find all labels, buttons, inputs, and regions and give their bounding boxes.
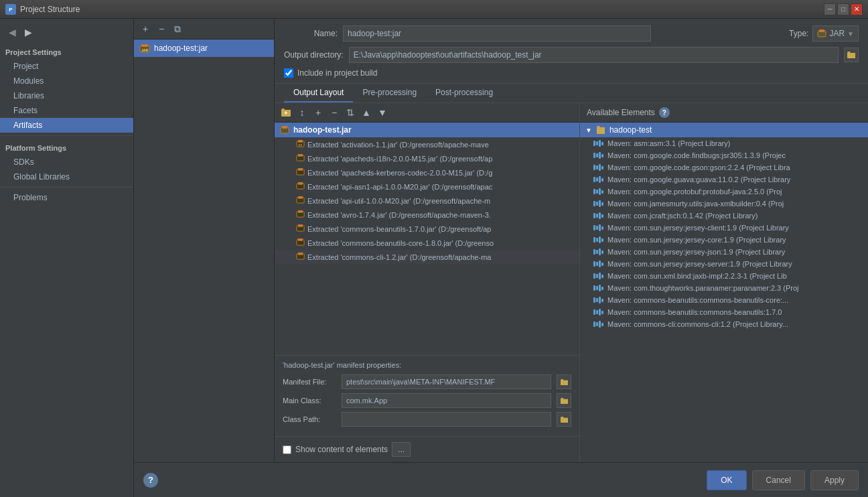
main-class-browse-button[interactable] <box>557 393 571 408</box>
ok-button[interactable]: OK <box>707 470 746 490</box>
copy-artifact-button[interactable]: ⧉ <box>170 21 185 36</box>
available-item-3[interactable]: Maven: com.google.guava:guava:11.0.2 (Pr… <box>580 173 868 186</box>
available-item-1[interactable]: Maven: com.google.code.findbugs:jsr305:1… <box>580 149 868 161</box>
type-select[interactable]: JAR ▼ <box>812 25 859 42</box>
available-item-7[interactable]: Maven: com.sun.jersey:jersey-client:1.9 … <box>580 222 868 234</box>
available-help-icon[interactable]: ? <box>659 107 670 118</box>
move-up-button[interactable]: ▲ <box>359 105 374 120</box>
available-item-0[interactable]: Maven: asm:asm:3.1 (Project Library) <box>580 137 868 149</box>
maximize-button[interactable]: □ <box>837 3 849 15</box>
svg-text:JAR: JAR <box>141 48 148 52</box>
svg-rect-9 <box>282 126 287 129</box>
available-group-hadoop[interactable]: ▼ hadoop-test <box>580 123 868 137</box>
extracted-item-5[interactable]: Extracted 'avro-1.7.4.jar' (D:/greensoft… <box>275 208 579 222</box>
include-build-row: Include in project build <box>284 68 859 78</box>
sidebar-divider-2 <box>0 187 133 188</box>
include-build-checkbox[interactable] <box>284 68 293 78</box>
svg-text:+: + <box>284 110 287 117</box>
maven-icon-1 <box>593 152 603 159</box>
available-item-11[interactable]: Maven: com.sun.xml.bind:jaxb-impl:2.2.3-… <box>580 270 868 282</box>
available-item-8[interactable]: Maven: com.sun.jersey:jersey-core:1.9 (P… <box>580 234 868 246</box>
tab-output-layout[interactable]: Output Layout <box>284 84 353 102</box>
sidebar-item-libraries[interactable]: Libraries <box>0 88 133 103</box>
apply-button[interactable]: Apply <box>810 470 859 490</box>
tab-preprocessing[interactable]: Pre-processing <box>353 84 426 102</box>
extracted-icon-7 <box>296 238 305 248</box>
svg-rect-20 <box>298 196 303 199</box>
extracted-item-6[interactable]: Extracted 'commons-beanutils-1.7.0.jar' … <box>275 222 579 236</box>
forward-arrow[interactable]: ▶ <box>21 25 35 39</box>
class-path-row: Class Path: <box>283 412 571 427</box>
jar-type-icon <box>817 29 826 38</box>
remove-artifact-button[interactable]: − <box>154 21 169 36</box>
sidebar-item-global-libraries[interactable]: Global Libraries <box>0 169 133 184</box>
name-input[interactable] <box>343 25 651 42</box>
extracted-item-1[interactable]: Extracted 'apacheds-i18n-2.0.0-M15.jar' … <box>275 151 579 165</box>
tab-postprocessing[interactable]: Post-processing <box>426 84 502 102</box>
layout-root-item[interactable]: hadoop-test.jar <box>275 123 579 137</box>
sidebar-item-sdks[interactable]: SDKs <box>0 155 133 169</box>
type-label: Type: <box>789 29 808 38</box>
available-item-2[interactable]: Maven: com.google.code.gson:gson:2.2.4 (… <box>580 161 868 173</box>
browse-folder-button[interactable] <box>844 48 859 62</box>
available-item-15[interactable]: Maven: commons-cli:commons-cli:1.2 (Proj… <box>580 318 868 330</box>
group-chevron-icon: ▼ <box>585 127 592 134</box>
add-artifact-button[interactable]: + <box>138 21 153 36</box>
sidebar-item-modules[interactable]: Modules <box>0 74 133 88</box>
available-item-5[interactable]: Maven: com.jamesmurty.utils:java-xmlbuil… <box>580 198 868 210</box>
show-content-checkbox[interactable] <box>283 445 291 454</box>
type-container: Type: JAR ▼ <box>789 25 859 42</box>
class-path-browse-icon <box>560 416 569 423</box>
sort-button[interactable]: ↕ <box>295 105 309 120</box>
extracted-item-3[interactable]: Extracted 'api-asn1-api-1.0.0-M20.jar' (… <box>275 180 579 194</box>
extracted-item-4[interactable]: Extracted 'api-util-1.0.0-M20.jar' (D:/g… <box>275 194 579 208</box>
available-item-9[interactable]: Maven: com.sun.jersey:jersey-json:1.9 (P… <box>580 246 868 258</box>
sidebar-item-artifacts[interactable]: Artifacts <box>0 118 133 133</box>
available-item-12[interactable]: Maven: com.thoughtworks.paranamer:parana… <box>580 282 868 294</box>
remove-button[interactable]: − <box>327 105 342 120</box>
move-down-button[interactable]: ▼ <box>375 105 390 120</box>
back-arrow[interactable]: ◀ <box>5 25 19 39</box>
available-item-6[interactable]: Maven: com.jcraft:jsch:0.1.42 (Project L… <box>580 210 868 222</box>
class-path-input[interactable] <box>342 412 551 427</box>
sidebar-item-facets[interactable]: Facets <box>0 103 133 118</box>
close-button[interactable]: ✕ <box>851 3 863 15</box>
class-path-browse-button[interactable] <box>557 412 571 427</box>
available-item-4[interactable]: Maven: com.google.protobuf:protobuf-java… <box>580 186 868 198</box>
artifact-item-hadoop[interactable]: JAR hadoop-test:jar <box>134 40 274 57</box>
add-directory-button[interactable]: + <box>279 105 293 120</box>
manifest-file-input[interactable] <box>342 374 551 389</box>
extracted-item-0[interactable]: EX Extracted 'activation-1.1.jar' (D:/gr… <box>275 137 579 151</box>
detail-top: Name: Type: JAR ▼ <box>275 19 868 84</box>
type-dropdown-arrow[interactable]: ▼ <box>847 30 854 38</box>
cancel-button[interactable]: Cancel <box>752 470 805 490</box>
sidebar-item-project[interactable]: Project <box>0 59 133 74</box>
available-item-10[interactable]: Maven: com.sun.jersey:jersey-server:1.9 … <box>580 258 868 270</box>
maven-icon-8 <box>593 236 603 243</box>
extracted-item-8[interactable]: Extracted 'commons-cli-1.2.jar' (D:/gree… <box>275 250 579 264</box>
minimize-button[interactable]: ─ <box>824 3 836 15</box>
extracted-item-7[interactable]: Extracted 'commons-beanutils-core-1.8.0.… <box>275 236 579 250</box>
extracted-item-2[interactable]: Extracted 'apacheds-kerberos-codec-2.0.0… <box>275 165 579 180</box>
available-item-13[interactable]: Maven: commons-beanutils:commons-beanuti… <box>580 294 868 306</box>
window-title: Project Structure <box>20 5 824 14</box>
app-icon: P <box>5 4 16 15</box>
help-button[interactable]: ? <box>143 473 158 488</box>
ellipsis-button[interactable]: ... <box>392 442 411 457</box>
manifest-file-row: Manifest File: <box>283 374 571 389</box>
maven-icon-9 <box>593 248 603 255</box>
bottom-left: ? <box>143 473 158 488</box>
add-button[interactable]: + <box>311 105 326 120</box>
sidebar-item-problems[interactable]: Problems <box>0 190 133 205</box>
output-dir-row: Output directory: <box>284 47 859 63</box>
output-dir-input[interactable] <box>349 47 839 63</box>
detail-panel: Name: Type: JAR ▼ <box>275 19 868 462</box>
maven-icon-10 <box>593 261 603 267</box>
layout-toolbar: + ↕ + − ⇅ ▲ ▼ <box>275 103 579 123</box>
svg-rect-26 <box>298 238 303 241</box>
available-item-14[interactable]: Maven: commons-beanutils:commons-beanuti… <box>580 306 868 318</box>
svg-rect-24 <box>298 224 303 227</box>
sort-alpha-button[interactable]: ⇅ <box>343 105 358 120</box>
main-class-input[interactable] <box>342 393 551 408</box>
manifest-browse-button[interactable] <box>557 374 571 389</box>
